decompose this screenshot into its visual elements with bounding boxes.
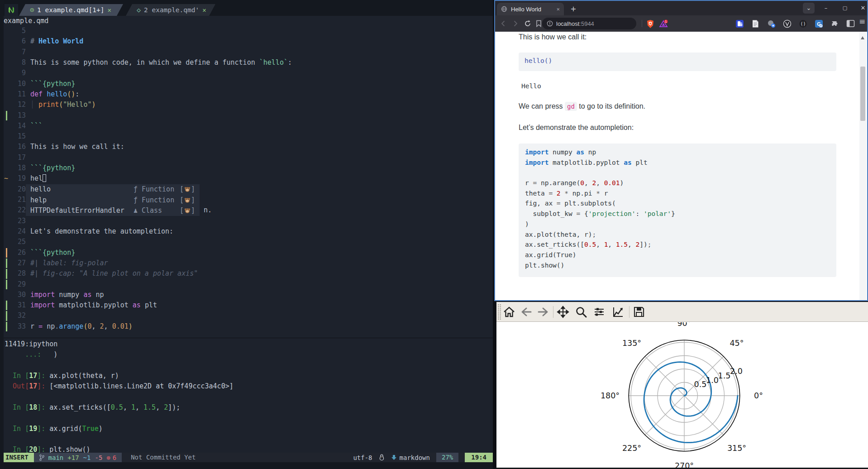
tab-example-qmd-2[interactable]: ◇ 2 example.qmd' ✕ (126, 4, 215, 16)
address-bar[interactable]: localhost:5944 (542, 18, 636, 29)
line-number: 14 (0, 121, 26, 131)
window-maximize-button[interactable]: ▢ (839, 3, 851, 14)
code-token: , (91, 322, 100, 330)
theta-tick-label: 0° (754, 391, 763, 400)
buffer-line-13[interactable]: 13 (0, 110, 493, 121)
inline-code-gd: gd (565, 102, 577, 111)
buffer-line-8[interactable]: 8This is some python code, in which we d… (0, 57, 493, 68)
scrollbar-up-arrow[interactable] (861, 36, 864, 39)
buffer-line-10[interactable]: 10```{python} (0, 79, 493, 89)
code-token: print (38, 100, 59, 109)
buffer-line-7[interactable]: 7 (0, 47, 493, 57)
code-token: ax.grid( (49, 425, 82, 433)
buffer-line-17[interactable]: 17 (0, 153, 493, 163)
brave-rewards-icon[interactable]: 1 (659, 19, 668, 29)
tab-example-qmd-1[interactable]: ⊙ 1 example.qmd[1+] ✕ (19, 4, 123, 16)
site-info-icon[interactable] (547, 20, 553, 27)
buffer-line-6[interactable]: 6# Hello World (0, 36, 493, 47)
buffer-line-30[interactable]: 30import numpy as np (0, 290, 493, 300)
save-button[interactable] (633, 306, 645, 318)
code-token: plt.show() (525, 262, 564, 269)
tab-close-icon[interactable]: ✕ (557, 6, 560, 12)
buffer-line-14[interactable]: 14``` (0, 121, 493, 131)
buffer-line-25[interactable]: 25 (0, 237, 493, 247)
code-token: np (584, 148, 596, 156)
back-button[interactable] (499, 19, 507, 28)
buffer-line-26[interactable]: 26```{python} (0, 248, 493, 258)
forward-button[interactable] (511, 19, 520, 28)
browser-tab-hello-world[interactable]: Hello World ✕ (497, 3, 564, 15)
code-token: = (38, 322, 47, 330)
brave-shields-icon[interactable] (646, 19, 654, 29)
buffer-line-19[interactable]: ~19hel (0, 173, 493, 184)
buffer-line-29[interactable]: 29 (0, 279, 493, 290)
scrollbar-thumb[interactable] (860, 67, 865, 121)
tab-label: 2 example.qmd' (144, 6, 199, 14)
buffer-line-32[interactable]: 32 (0, 311, 493, 321)
theta-tick-label: 315° (727, 444, 746, 453)
window-minimize-button[interactable]: – (820, 3, 832, 14)
extensions-puzzle-icon[interactable] (830, 19, 839, 28)
completion-source-icon: [] (180, 196, 195, 204)
tab-close-icon[interactable]: ✕ (107, 6, 111, 14)
line-number: 26 (0, 248, 26, 258)
code-token: subplot_kw (525, 210, 577, 217)
tab-search-chevron[interactable]: ⌄ (803, 3, 815, 14)
extension-translate-icon[interactable]: G (815, 19, 823, 28)
zoom-button[interactable] (575, 306, 587, 318)
code-token: hel (30, 174, 43, 182)
bookmark-icon[interactable] (535, 19, 543, 28)
sidebar-toggle-icon[interactable] (846, 19, 855, 28)
code-token: ]: (37, 382, 49, 390)
buffer-line-27[interactable]: 27#| label: fig-polar (0, 258, 493, 268)
window-close-button[interactable]: ✕ (857, 3, 868, 14)
extension-vimium-icon[interactable] (783, 19, 792, 28)
code-token: = (557, 200, 561, 207)
buffer-line-33[interactable]: 33r = np.arange(0, 2, 0.01) (0, 321, 493, 332)
toolbar-grip[interactable] (497, 304, 501, 320)
buffer-line-5[interactable]: 5 (0, 26, 493, 36)
buffer-line-9[interactable]: 9 (0, 68, 493, 78)
browser-window: Hello World ✕ + ⌄ – ▢ ✕ localhost:5944 1 (494, 0, 868, 301)
line-text: r = np.arange(0, 2, 0.01) (30, 321, 133, 332)
buffer-line-15[interactable]: 15 (0, 131, 493, 142)
paragraph: Let’s demonstrate the autompletion: (519, 124, 634, 132)
tab-close-icon[interactable]: ✕ (202, 6, 206, 14)
buffer-line-31[interactable]: 31import matplotlib.pyplot as plt (0, 300, 493, 311)
customize-axes-button[interactable] (612, 306, 625, 318)
editor-buffer[interactable]: 56# Hello World78This is some python cod… (0, 26, 493, 332)
completion-item-hello[interactable]: helloƒFunction[] (26, 184, 200, 195)
line-text: import matplotlib.pyplot as plt (30, 300, 157, 311)
browser-menu-button[interactable]: ≡ (859, 17, 865, 26)
extension-brackets-icon[interactable]: () (799, 19, 807, 28)
buffer-line-16[interactable]: 16This is how we call it: (0, 142, 493, 152)
code-token: : (288, 58, 292, 67)
code-token: "Hello" (63, 100, 91, 109)
terminal-output[interactable]: 11419:ipython ...: ) In [17]: ax.plot(th… (0, 339, 493, 455)
configure-subplots-button[interactable] (593, 306, 606, 318)
completion-item-help[interactable]: helpƒFunction[] (26, 195, 200, 205)
forward-view-button[interactable] (537, 306, 549, 318)
buffer-line-28[interactable]: 28#| fig-cap: "A line plot on a polar ax… (0, 268, 493, 279)
extension-password-manager-icon[interactable] (735, 19, 744, 28)
buffer-line-18[interactable]: 18```{python} (0, 163, 493, 173)
scrollbar[interactable] (859, 32, 866, 300)
completion-item-HTTPDefaultErrorHandler[interactable]: HTTPDefaultErrorHandler♟Class[] (26, 205, 200, 215)
buffer-line-11[interactable]: 11def hello(): (0, 89, 493, 100)
code-token: , (104, 322, 112, 330)
new-tab-button[interactable]: + (568, 3, 579, 15)
neovim-logo-icon (5, 4, 18, 16)
buffer-line-24[interactable]: 24Let's demonstrate the autompletion: (0, 226, 493, 237)
extension-notes-icon[interactable] (751, 19, 759, 28)
buffer-line-12[interactable]: 12│ print("Hello") (0, 100, 493, 110)
line-number: 25 (0, 237, 26, 247)
reload-button[interactable] (524, 19, 532, 28)
line-text: This is how we call it: (30, 142, 124, 152)
back-view-button[interactable] (520, 306, 533, 318)
buffer-line-23[interactable]: 23 (0, 216, 493, 226)
pan-button[interactable] (557, 306, 569, 318)
code-token: ]); (168, 403, 180, 412)
extension-location-icon[interactable] (767, 19, 776, 28)
line-number: 20 (0, 184, 26, 195)
home-button[interactable] (503, 306, 515, 318)
